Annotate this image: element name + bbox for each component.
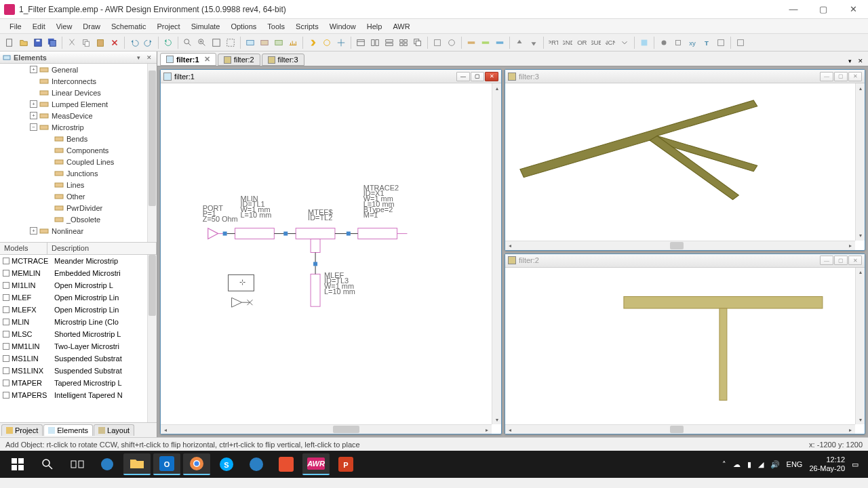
copy-button[interactable] [79, 36, 93, 49]
new-graph-button[interactable] [286, 36, 300, 49]
tree-node[interactable]: Lines [0, 179, 157, 190]
edge-app[interactable] [94, 453, 121, 475]
model-row[interactable]: MM1LINTwo-Layer Microstri [0, 340, 157, 352]
model-row[interactable]: MLSCShorted Microstrip L [0, 328, 157, 340]
subwin-close[interactable]: ✕ [848, 72, 862, 81]
models-col-desc[interactable]: Description [47, 243, 157, 254]
taskview-button[interactable] [64, 453, 91, 475]
window2-button[interactable] [368, 36, 382, 49]
layout3-hscroll[interactable]: ◂▸ [505, 241, 855, 250]
wifi-icon[interactable]: ◢ [758, 460, 764, 469]
panel-pin-button[interactable]: ▾ [134, 53, 143, 62]
language-indicator[interactable]: ENG [787, 460, 803, 468]
doc-tab-filter1[interactable]: filter:1✕ [160, 53, 216, 66]
layout3-canvas[interactable] [505, 83, 855, 241]
zoom-in-button[interactable] [195, 36, 209, 49]
layout2-window-header[interactable]: filter:2 — ▢ ✕ [505, 254, 865, 268]
tree-node[interactable]: _Obsolete [0, 214, 157, 225]
models-list[interactable]: Models Description MCTRACEMeander Micros… [0, 243, 157, 422]
menu-window[interactable]: Window [324, 21, 361, 32]
schematic-vscroll[interactable]: ▴▾ [492, 83, 501, 424]
close-button[interactable]: ✕ [838, 0, 868, 19]
battery-icon[interactable]: ▮ [747, 460, 751, 469]
model-row[interactable]: MEMLINEmbedded Microstri [0, 267, 157, 279]
arrow-up-button[interactable] [513, 36, 526, 49]
element-ncn[interactable]: NCN [604, 36, 617, 49]
text-tool[interactable]: xy [686, 36, 699, 49]
tool-g[interactable] [714, 36, 728, 49]
tool-e[interactable] [657, 36, 671, 49]
window3-button[interactable] [382, 36, 396, 49]
menu-awr[interactable]: AWR [387, 21, 415, 32]
layout-b[interactable] [479, 36, 492, 49]
start-button[interactable] [4, 453, 31, 475]
doc-tab-filter3[interactable]: filter:3 [262, 54, 304, 66]
outlook-app[interactable]: O [153, 453, 180, 475]
tab-project[interactable]: Project [1, 424, 43, 436]
menu-edit[interactable]: Edit [27, 21, 51, 32]
camtasia-app[interactable] [273, 453, 300, 475]
tree-node[interactable]: Interconnects [0, 75, 157, 87]
tree-node[interactable]: Coupled Lines [0, 156, 157, 167]
system-tray[interactable]: ˄ ☁ ▮ ◢ 🔊 ENG 12:1226-May-20 ▭ [722, 455, 864, 473]
menu-options[interactable]: Options [225, 21, 262, 32]
menu-schematic[interactable]: Schematic [106, 21, 151, 32]
menu-project[interactable]: Project [151, 21, 185, 32]
notifications-icon[interactable]: ▭ [852, 460, 859, 469]
models-scrollbar[interactable] [147, 255, 157, 422]
tree-node[interactable]: +Nonlinear [0, 225, 157, 237]
tool-d[interactable] [637, 36, 651, 49]
tabs-close[interactable]: ✕ [856, 56, 865, 66]
subwin-minimize[interactable]: — [456, 72, 470, 81]
zoom-area-button[interactable] [224, 36, 237, 49]
new-em-button[interactable] [272, 36, 285, 49]
skype-app[interactable]: S [213, 453, 240, 475]
subwin-minimize[interactable]: — [820, 256, 833, 265]
element-tree[interactable]: +GeneralInterconnectsLinear Devices+Lump… [0, 64, 157, 243]
layout3-window-header[interactable]: filter:3 — ▢ ✕ [505, 70, 865, 83]
menu-tools[interactable]: Tools [262, 21, 290, 32]
menu-scripts[interactable]: Scripts [290, 21, 324, 32]
tool-f[interactable] [671, 36, 685, 49]
refresh-button[interactable] [161, 36, 175, 49]
explorer-app[interactable] [123, 453, 151, 475]
arrow-down-button[interactable] [527, 36, 540, 49]
subwin-minimize[interactable]: — [820, 72, 833, 81]
menu-view[interactable]: View [51, 21, 78, 32]
tree-node[interactable]: Other [0, 190, 157, 202]
tree-node[interactable]: PwrDivider [0, 202, 157, 214]
menu-draw[interactable]: Draw [77, 21, 106, 32]
tab-elements[interactable]: Elements [43, 424, 93, 436]
zoom-button[interactable] [181, 36, 195, 49]
window4-button[interactable] [397, 36, 410, 49]
schematic-window-header[interactable]: filter:1 — ▢ ✕ [161, 70, 501, 83]
tree-node[interactable]: Bends [0, 133, 157, 144]
doc-tab-filter2[interactable]: filter:2 [218, 54, 260, 66]
element-port[interactable]: PRT [547, 36, 560, 49]
new-button[interactable] [3, 36, 16, 49]
tool-h[interactable] [734, 36, 747, 49]
layout-a[interactable] [465, 36, 478, 49]
layout2-hscroll[interactable]: ◂▸ [505, 424, 855, 434]
open-button[interactable] [17, 36, 31, 49]
tool-a[interactable] [431, 36, 444, 49]
clock[interactable]: 12:1226-May-20 [809, 455, 845, 473]
volume-icon[interactable]: 🔊 [770, 460, 780, 469]
window1-button[interactable] [354, 36, 368, 49]
layout3-vscroll[interactable]: ▴▾ [855, 83, 865, 241]
menu-file[interactable]: File [4, 21, 27, 32]
model-row[interactable]: MLEFXOpen Microstrip Lin [0, 304, 157, 316]
maximize-button[interactable]: ▢ [808, 0, 838, 19]
new-system-button[interactable] [258, 36, 271, 49]
tray-chevron-icon[interactable]: ˄ [722, 460, 726, 469]
tool-b[interactable] [445, 36, 458, 49]
tree-node[interactable]: −Microstrip [0, 121, 157, 133]
simulate-button[interactable] [306, 36, 319, 49]
model-row[interactable]: MS1LINSuspended Substrat [0, 352, 157, 365]
save-all-button[interactable] [45, 36, 59, 49]
subwin-maximize[interactable]: ▢ [834, 72, 848, 81]
subwin-close[interactable]: ✕ [848, 256, 862, 265]
tree-node[interactable]: Components [0, 144, 157, 156]
tree-node[interactable]: Junctions [0, 167, 157, 179]
tree-node[interactable]: +MeasDevice [0, 110, 157, 121]
